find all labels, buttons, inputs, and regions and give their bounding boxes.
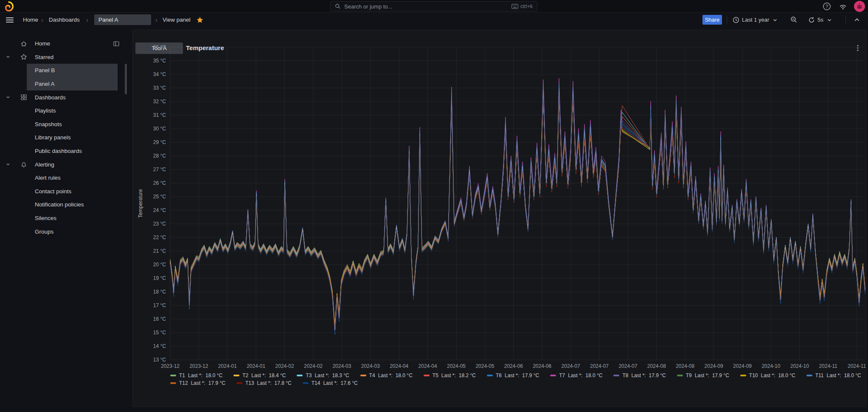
search-input[interactable]: Search or jump to... ctrl+k	[330, 1, 537, 11]
dock-sidebar-icon[interactable]	[113, 40, 120, 47]
breadcrumb-separator: ›	[41, 13, 43, 26]
y-axis-tick: 20 °C	[153, 262, 166, 268]
refresh-picker[interactable]: 5s	[808, 14, 833, 25]
series-line-T11	[170, 85, 865, 330]
menu-toggle-icon[interactable]	[5, 16, 14, 24]
sidebar-item-notification-policies[interactable]: Notification policies	[0, 198, 130, 212]
legend-last-value: 18.0 °C	[778, 372, 795, 378]
x-axis-tick: 2024-01	[218, 363, 237, 369]
legend-item-T1[interactable]: T1Last *:18.0 °C	[170, 372, 222, 378]
chevron-down-icon[interactable]	[5, 94, 11, 100]
legend-series-name: T13	[245, 380, 254, 386]
refresh-icon	[808, 17, 815, 23]
legend-series-name: T14	[312, 380, 320, 386]
legend-stat-label: Last *:	[323, 380, 337, 386]
legend-item-T3[interactable]: T3Last *:18.3 °C	[297, 372, 349, 378]
zoom-out-icon[interactable]	[790, 14, 798, 25]
search-icon	[335, 3, 341, 9]
sidebar-item-alerting[interactable]: Alerting	[0, 158, 130, 171]
share-button[interactable]: Share	[702, 15, 722, 25]
chevron-down-icon[interactable]	[5, 161, 11, 167]
y-axis-tick: 21 °C	[153, 248, 166, 254]
y-axis-tick: 28 °C	[153, 153, 166, 159]
legend-last-value: 17.9 °C	[522, 372, 539, 378]
x-axis-tick: 2023-12	[189, 363, 208, 369]
legend-item-T2[interactable]: T2Last *:18.4 °C	[233, 372, 286, 378]
news-icon[interactable]	[839, 2, 847, 11]
sidebar-item-library-panels[interactable]: Library panels	[0, 131, 130, 144]
legend-swatch	[303, 382, 309, 384]
legend-swatch	[170, 375, 176, 376]
legend-item-T9[interactable]: T9Last *:17.9 °C	[677, 372, 729, 378]
sidebar-item-contact-points[interactable]: Contact points	[0, 185, 130, 198]
x-axis-tick: 2024-11	[819, 363, 837, 369]
breadcrumb-dashboards[interactable]: Dashboards	[49, 13, 80, 26]
x-axis-tick: 2024-06	[504, 363, 523, 369]
timeseries-chart[interactable]: 13 °C14 °C15 °C16 °C17 °C18 °C19 °C20 °C…	[132, 41, 867, 372]
legend-swatch	[424, 375, 430, 376]
favorite-star-icon[interactable]	[197, 17, 203, 23]
sidebar-item-panel-a[interactable]: Panel A	[0, 77, 130, 91]
series-line-T3	[170, 87, 865, 329]
help-icon[interactable]: ?	[823, 2, 831, 11]
legend-item-T14[interactable]: T14Last *:17.6 °C	[303, 380, 358, 386]
legend-swatch	[170, 382, 176, 384]
legend-last-value: 17.8 °C	[275, 380, 292, 386]
y-axis-tick: 33 °C	[153, 85, 166, 91]
sidebar-item-dashboards[interactable]: Dashboards	[0, 90, 130, 104]
sidebar-item-playlists[interactable]: Playlists	[0, 104, 130, 118]
chevron-down-icon	[826, 17, 833, 23]
sidebar-item-label: Snapshots	[35, 121, 62, 127]
sidebar-item-public-dashboards[interactable]: Public dashboards	[0, 144, 130, 158]
breadcrumb-current-dashboard[interactable]: Panel A	[94, 14, 151, 25]
legend-item-T5[interactable]: T5Last *:18.2 °C	[424, 372, 476, 378]
x-axis-tick: 2024-10	[761, 363, 780, 369]
legend-item-T7[interactable]: T7Last *:18.0 °C	[550, 372, 602, 378]
y-axis-tick: 30 °C	[153, 126, 166, 132]
sidebar-item-label: Public dashboards	[35, 148, 82, 154]
chevron-down-icon[interactable]	[5, 54, 11, 60]
grafana-logo-icon[interactable]	[4, 1, 14, 11]
y-axis-tick: 18 °C	[153, 289, 166, 295]
sidebar-scrollbar[interactable]	[125, 64, 127, 94]
collapse-caret-up-icon[interactable]	[853, 14, 861, 25]
toolbar-divider	[727, 16, 727, 24]
robot-icon	[856, 3, 863, 10]
legend-swatch	[613, 375, 619, 376]
legend-item-T8[interactable]: T8Last *:17.9 °C	[613, 372, 666, 378]
legend-item-T10[interactable]: T10Last *:18.0 °C	[740, 372, 795, 378]
breadcrumb-home[interactable]: Home	[23, 13, 38, 26]
breadcrumb-separator: ›	[155, 13, 157, 26]
x-axis-tick: 2024-05	[475, 363, 494, 369]
legend-last-value: 18.0 °C	[205, 372, 222, 378]
x-axis-tick: 2024-07	[618, 363, 637, 369]
search-placeholder: Search or jump to...	[344, 3, 511, 10]
sidebar-item-label: Alert rules	[35, 175, 61, 181]
user-avatar[interactable]	[854, 1, 865, 12]
sidebar-item-groups[interactable]: Groups	[0, 225, 130, 238]
sidebar-item-label: Contact points	[35, 188, 71, 195]
sidebar-item-silences[interactable]: Silences	[0, 212, 130, 225]
sidebar-item-label: Panel A	[35, 81, 55, 87]
legend-stat-label: Last *:	[441, 372, 456, 378]
legend-item-T6[interactable]: T6Last *:17.9 °C	[487, 372, 539, 378]
legend-item-T4[interactable]: T4Last *:18.0 °C	[360, 372, 413, 378]
legend-item-T12[interactable]: T12Last *:17.9 °C	[170, 380, 225, 386]
legend-stat-label: Last *:	[191, 380, 205, 386]
legend-item-T11[interactable]: T11Last *:18.0 °C	[806, 372, 861, 378]
sidebar-item-snapshots[interactable]: Snapshots	[0, 118, 130, 131]
sidebar-item-label: Silences	[35, 215, 56, 221]
legend-series-name: T5	[433, 372, 438, 378]
legend-stat-label: Last *:	[695, 372, 709, 378]
top-bar: Search or jump to... ctrl+k ?	[0, 0, 868, 13]
legend-series-name: T4	[369, 372, 375, 378]
y-axis-tick: 14 °C	[153, 343, 166, 349]
time-range-picker[interactable]: Last 1 year	[733, 14, 778, 25]
legend-item-T13[interactable]: T13Last *:17.8 °C	[236, 380, 292, 386]
nav-toolbar-row: Home › Dashboards › Panel A › View panel…	[0, 13, 868, 26]
sidebar-item-panel-b[interactable]: Panel B	[0, 64, 130, 77]
sidebar-item-alert-rules[interactable]: Alert rules	[0, 171, 130, 185]
sidebar-item-starred[interactable]: Starred	[0, 51, 130, 64]
legend-series-name: T12	[179, 380, 188, 386]
sidebar-item-home[interactable]: Home	[0, 37, 130, 51]
